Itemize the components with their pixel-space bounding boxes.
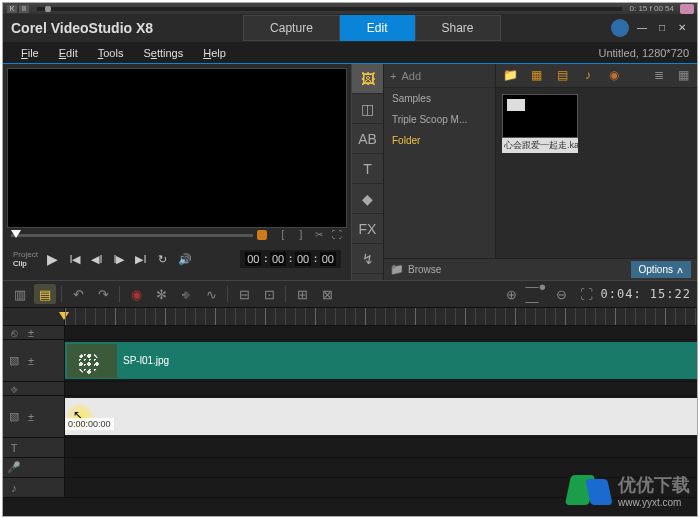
expand-icon[interactable]: ⛶ (331, 229, 343, 241)
play-mode[interactable]: Project Clip (13, 250, 38, 268)
split-icon[interactable]: ✂ (313, 229, 325, 241)
maximize-button[interactable]: □ (655, 22, 669, 34)
tool-audio-icon[interactable]: ∿ (200, 284, 222, 304)
media-tool-icon[interactable]: 🖼 (352, 64, 383, 94)
workspace: [ ] ✂ ⛶ Project Clip ▶ I◀ ◀I I▶ ▶I ↻ 🔊 (3, 64, 697, 280)
player-topbar: K II 0: 15 f 00 54 (3, 3, 697, 14)
tool-reel-icon[interactable]: ✻ (150, 284, 172, 304)
fit-project-icon[interactable]: ⛶ (576, 284, 598, 304)
options-button[interactable]: Options ʌ (631, 261, 691, 278)
video-track[interactable]: ▧± SP-l01.jpg (3, 340, 697, 382)
video-clip[interactable]: SP-l01.jpg (65, 342, 697, 379)
next-frame-button[interactable]: I▶ (110, 250, 128, 268)
clip-name: SP-l01.jpg (123, 355, 169, 366)
tool-track-icon[interactable]: ⊞ (291, 284, 313, 304)
redo-button[interactable]: ↷ (92, 284, 114, 304)
topbar-prev-icon[interactable]: K (7, 5, 17, 13)
storyboard-view-icon[interactable]: ▥ (9, 284, 31, 304)
prev-frame-button[interactable]: ◀I (88, 250, 106, 268)
media-toolbar: 📁 ▦ ▤ ♪ ◉ ≣ ▦ (496, 64, 697, 88)
title-track[interactable]: T (3, 438, 697, 458)
topbar-progress[interactable] (37, 7, 622, 11)
add-folder-button[interactable]: Add (384, 64, 495, 88)
clip-timecode: 0:00:00:00 (65, 418, 114, 430)
menu-file[interactable]: File (11, 44, 49, 62)
tab-capture[interactable]: Capture (243, 15, 340, 41)
title-tool-icon[interactable]: AB (352, 124, 383, 154)
topbar-pause-icon[interactable]: II (19, 5, 29, 13)
timeline-end-time: 0:04: 15:22 (601, 287, 691, 301)
overlay-track[interactable]: ▧± ↖ 0:00:00:00 (3, 396, 697, 438)
watermark-title: 优优下载 (618, 473, 690, 497)
overlay-track-icon: ▧ (7, 410, 21, 423)
app-badge-icon[interactable] (611, 19, 629, 37)
view-list-icon[interactable]: ≣ (651, 68, 667, 84)
menu-edit[interactable]: Edit (49, 44, 88, 62)
blank-clip[interactable] (65, 398, 697, 435)
link-track-icon[interactable]: ⎋ (7, 327, 21, 339)
zoom-slider[interactable]: —●— (526, 284, 548, 304)
play-button[interactable]: ▶ (44, 250, 62, 268)
preview-timecode[interactable]: 00:00:00:00 (240, 250, 341, 268)
import-folder-icon[interactable]: 📁 (502, 68, 518, 84)
timeline-ruler[interactable] (3, 308, 697, 326)
menu-help[interactable]: Help (193, 44, 236, 62)
tool-record-icon[interactable]: ◉ (125, 284, 147, 304)
close-button[interactable]: ✕ (675, 22, 689, 34)
scrub-track[interactable] (11, 234, 253, 237)
scrub-bar: [ ] ✂ ⛶ (7, 228, 347, 242)
media-thumb[interactable]: 心会跟爱一起走.kax (502, 94, 578, 153)
view-grid-icon[interactable]: ▦ (675, 68, 691, 84)
library-panel: 🖼 ◫ AB T ◆ FX ↯ Add Samples Triple Scoop… (351, 64, 697, 280)
topbar-time: 0: 15 f 00 54 (630, 4, 680, 13)
tab-edit[interactable]: Edit (340, 15, 415, 41)
tool-chapter-icon[interactable]: ⊟ (233, 284, 255, 304)
project-info: Untitled, 1280*720 (598, 47, 689, 59)
track-separator: ⎋± (3, 326, 697, 340)
volume-button[interactable]: 🔊 (176, 250, 194, 268)
tool-subtitle-icon[interactable]: ⊡ (258, 284, 280, 304)
fx-tool-icon[interactable]: FX (352, 214, 383, 244)
go-start-button[interactable]: I◀ (66, 250, 84, 268)
filter-disc-icon[interactable]: ◉ (606, 68, 622, 84)
media-area: 📁 ▦ ▤ ♪ ◉ ≣ ▦ (496, 64, 697, 258)
playback-controls: Project Clip ▶ I◀ ◀I I▶ ▶I ↻ 🔊 00:00:00:… (7, 242, 347, 276)
app-title: Corel VideoStudio X8 (11, 20, 153, 36)
go-end-button[interactable]: ▶I (132, 250, 150, 268)
thumb-caption: 心会跟爱一起走.kax (502, 138, 578, 153)
folder-folder[interactable]: Folder (384, 130, 495, 151)
tab-share[interactable]: Share (415, 15, 501, 41)
menu-settings[interactable]: Settings (133, 44, 193, 62)
timeline-view-icon[interactable]: ▤ (34, 284, 56, 304)
title-bar: Corel VideoStudio X8 Capture Edit Share … (3, 14, 697, 42)
zoom-in-icon[interactable]: ⊕ (501, 284, 523, 304)
overlay-gap-icon: ⎆ (7, 383, 21, 395)
folder-triple[interactable]: Triple Scoop M... (384, 109, 495, 130)
video-track-head[interactable]: ▧± (3, 340, 65, 381)
mark-in-icon[interactable]: [ (277, 229, 289, 241)
text-tool-icon[interactable]: T (352, 154, 383, 184)
transition-tool-icon[interactable]: ◫ (352, 94, 383, 124)
menu-tools[interactable]: Tools (88, 44, 134, 62)
overlay-track-head[interactable]: ▧± (3, 396, 65, 437)
filter-video-icon[interactable]: ▦ (528, 68, 544, 84)
tool-mixer-icon[interactable]: ⎆ (175, 284, 197, 304)
main-tabs: Capture Edit Share (243, 15, 500, 41)
graphic-tool-icon[interactable]: ◆ (352, 184, 383, 214)
path-tool-icon[interactable]: ↯ (352, 244, 383, 274)
zoom-out-icon[interactable]: ⊖ (551, 284, 573, 304)
scrub-playhead-icon[interactable] (11, 230, 21, 238)
repeat-button[interactable]: ↻ (154, 250, 172, 268)
folder-samples[interactable]: Samples (384, 88, 495, 109)
browse-button[interactable]: Browse (390, 263, 441, 276)
library-footer: Browse Options ʌ (384, 258, 697, 280)
undo-button[interactable]: ↶ (67, 284, 89, 304)
media-grid[interactable]: 心会跟爱一起走.kax (496, 88, 697, 258)
mark-out-icon[interactable]: ] (295, 229, 307, 241)
minimize-button[interactable]: — (635, 22, 649, 34)
preview-video[interactable] (7, 68, 347, 228)
tool-marker-icon[interactable]: ⊠ (316, 284, 338, 304)
scrub-end-marker-icon[interactable] (257, 230, 267, 240)
filter-audio-icon[interactable]: ♪ (580, 68, 596, 84)
filter-photo-icon[interactable]: ▤ (554, 68, 570, 84)
